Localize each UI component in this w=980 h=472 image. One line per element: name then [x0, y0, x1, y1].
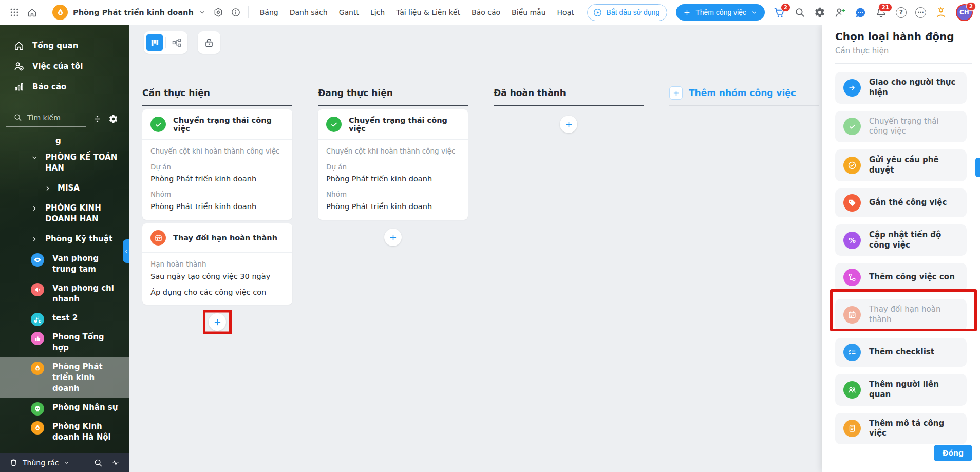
sidebar-item-my-tasks[interactable]: Việc của tôi: [0, 56, 129, 77]
subtask-icon: [843, 269, 861, 286]
add-user-icon[interactable]: [834, 7, 846, 18]
add-group-button[interactable]: Thêm nhóm công việc: [669, 86, 819, 100]
people-icon: [843, 381, 861, 399]
checklist-icon: [843, 344, 861, 361]
divider: [45, 6, 45, 18]
add-automation-button[interactable]: [384, 229, 402, 246]
add-automation-button[interactable]: [209, 313, 226, 331]
unlock-button[interactable]: [198, 31, 220, 54]
cart-icon[interactable]: 2: [774, 7, 785, 18]
column-title: Đã hoàn thành: [494, 86, 644, 100]
sidebar-group-phong-ke-toan-han[interactable]: PHÒNG KẾ TOÁN HAN: [0, 147, 129, 178]
add-task-button[interactable]: Thêm công việc: [676, 4, 765, 21]
automation-card-status[interactable]: Chuyển trạng thái công việc Chuyển cột k…: [142, 109, 292, 220]
automation-card-status[interactable]: Chuyển trạng thái công việc Chuyển cột k…: [318, 109, 468, 220]
sidebar-dept-phong-tong-hop[interactable]: Phong Tổng hợp: [0, 328, 129, 357]
nav-documents[interactable]: Tài liệu & Liên kết: [396, 8, 460, 16]
tag-icon: [843, 194, 861, 212]
action-add-tag[interactable]: Gắn thẻ công việc: [835, 188, 967, 217]
divider: [835, 63, 972, 64]
droplet-icon: [31, 362, 44, 375]
info-icon[interactable]: [231, 7, 241, 17]
start-using-button[interactable]: Bắt đầu sử dụng: [587, 4, 668, 21]
home-icon[interactable]: [27, 7, 37, 18]
sidebar-collapse-handle[interactable]: [123, 239, 129, 263]
sidebar-dept-phong-phat-trien-kinh-doanh[interactable]: Phòng Phát triển kinh doanh: [0, 357, 129, 398]
trash-label[interactable]: Thùng rác: [23, 459, 59, 467]
tree-settings-gear-icon[interactable]: [108, 114, 118, 124]
add-automation-button[interactable]: [560, 116, 577, 133]
trash-search-icon[interactable]: [93, 458, 103, 467]
sidebar-dept-van-phong-trung-tam[interactable]: Van phong trung tam: [0, 249, 129, 279]
sidebar-dept-phong-nhan-su[interactable]: Phòng Nhân sự: [0, 398, 129, 417]
collapse-all-icon[interactable]: [92, 114, 102, 124]
action-add-description[interactable]: Thêm mô tả công việc: [835, 413, 967, 445]
avatar-badge: 2: [966, 2, 976, 11]
column-da-hoan-thanh: Đã hoàn thành: [494, 86, 644, 137]
nav-calendar[interactable]: Lịch: [370, 8, 385, 16]
sidebar-group-phong-ky-thuat[interactable]: Phòng Kỹ thuật: [0, 229, 129, 249]
workspace-droplet-icon: [52, 5, 68, 20]
view-toggle-group: [144, 31, 187, 54]
apps-grid-icon[interactable]: [9, 7, 20, 17]
action-assign[interactable]: Giao cho người thực hiện: [835, 72, 967, 104]
eye-icon: [31, 253, 44, 267]
nav-form[interactable]: Biểu mẫu: [512, 8, 546, 16]
document-icon: [843, 420, 861, 437]
sidebar-item-overview[interactable]: Tổng quan: [0, 35, 129, 56]
more-icon[interactable]: ⋯: [915, 7, 926, 18]
nav-report[interactable]: Báo cáo: [472, 8, 500, 16]
nav-activity[interactable]: Hoạt: [557, 8, 574, 16]
edge-tab[interactable]: [975, 158, 980, 177]
workspace-name: Phòng Phát triển kinh doanh: [73, 8, 194, 16]
training-idea-icon[interactable]: [935, 6, 947, 18]
sidebar-search: [6, 110, 124, 127]
kanban-view-button[interactable]: [146, 34, 163, 51]
help-icon[interactable]: ?: [896, 7, 907, 18]
nav-list[interactable]: Danh sách: [290, 8, 328, 16]
search-input[interactable]: [27, 114, 73, 122]
sidebar-dept-phong-kinh-doanh-ha-noi[interactable]: Phòng Kinh doanh Hà Nội: [0, 417, 129, 447]
sidebar-group-phong-kinh-doanh-han[interactable]: PHÒNG KINH DOANH HAN: [0, 198, 129, 229]
workspace-selector[interactable]: Phòng Phát triển kinh doanh: [52, 5, 206, 20]
chat-icon[interactable]: [855, 7, 866, 18]
nav-board[interactable]: Bảng: [260, 8, 278, 16]
check-icon: [150, 117, 166, 132]
search-box[interactable]: [6, 110, 86, 127]
action-list: Giao cho người thực hiện Chuyển trạng th…: [835, 72, 967, 444]
column-underline: [494, 105, 644, 106]
action-add-related-people[interactable]: Thêm người liên quan: [835, 374, 967, 406]
action-add-subtask[interactable]: Thêm công việc con: [835, 263, 967, 292]
settings-gear-icon[interactable]: [814, 7, 825, 18]
notifications-bell-icon[interactable]: 21: [875, 7, 887, 18]
sidebar: Tổng quan Việc của tôi Báo cáo g PHÒNG K…: [0, 25, 129, 472]
close-button[interactable]: Đóng: [934, 445, 972, 461]
workspace-settings-icon[interactable]: [213, 7, 223, 17]
sidebar-dept-van-phong-chi-nhanh[interactable]: Van phong chi nhanh: [0, 279, 129, 309]
tree-view-button[interactable]: [168, 34, 185, 51]
megaphone-icon: [31, 283, 44, 296]
panel-title: Chọn loại hành động: [835, 30, 967, 43]
cyclist-icon: [31, 313, 44, 326]
nav-gantt[interactable]: Gantt: [339, 8, 359, 16]
chevron-down-icon: [64, 460, 70, 466]
thumbs-up-icon: [31, 332, 44, 345]
sidebar-dept-test-2[interactable]: test 2: [0, 309, 129, 328]
column-underline: [669, 105, 819, 106]
sidebar-item-report[interactable]: Báo cáo: [0, 77, 129, 97]
sidebar-group-misa[interactable]: MISA: [0, 178, 129, 198]
divider: [165, 37, 166, 48]
action-update-progress[interactable]: % Cập nhật tiến độ công việc: [835, 224, 967, 256]
action-add-checklist[interactable]: Thêm checklist: [835, 338, 967, 367]
activity-pulse-icon[interactable]: [111, 458, 120, 467]
main-nav: Bảng Danh sách Gantt Lịch Tài liệu & Liê…: [260, 8, 574, 16]
automation-card-deadline[interactable]: Thay đổi hạn hoàn thành Hạn hoàn thành S…: [142, 223, 292, 305]
avatar[interactable]: CH 2: [956, 4, 973, 21]
column-can-thuc-hien: Cần thực hiện Chuyển trạng thái công việ…: [142, 86, 292, 334]
check-icon: [326, 117, 342, 132]
bar-chart-icon: [13, 81, 25, 92]
chevron-right-icon: [31, 205, 38, 212]
automation-board: Cần thực hiện Chuyển trạng thái công việ…: [129, 25, 822, 472]
action-send-approval[interactable]: Gửi yêu cầu phê duyệt: [835, 149, 967, 181]
search-icon[interactable]: [794, 7, 805, 18]
